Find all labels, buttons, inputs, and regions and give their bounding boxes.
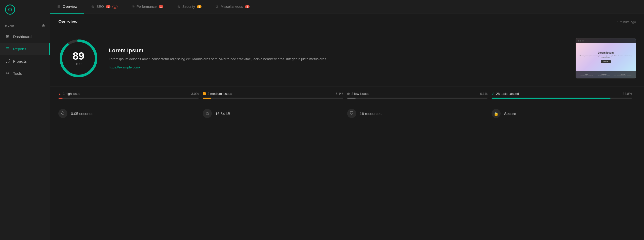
thumbnail-footer: Code Completely open source code. Update… — [576, 71, 636, 78]
passed-fill — [492, 98, 611, 99]
resources-icon: ⛉ — [347, 109, 356, 118]
high-issue-pct: 3.0% — [191, 92, 199, 96]
stat-size-value: 16.84 kB — [215, 111, 230, 116]
sidebar-item-label-projects: Projects — [13, 59, 27, 63]
thumbnail-inner: Lorem Ipsum Neque porro quisquam est qui… — [576, 38, 636, 78]
tab-security-label: Security — [182, 5, 195, 9]
issue-passed: ✓ 28 tests passed 84.8% — [492, 92, 636, 103]
sidebar-item-dashboard[interactable]: ⊞ Dashboard — [0, 30, 50, 43]
sidebar-item-projects[interactable]: ⛶ Projects — [0, 55, 50, 67]
site-url[interactable]: https://example.com/ — [109, 65, 140, 69]
overview-time: 1 minute ago — [617, 20, 636, 24]
overview-tab-icon: ▦ — [57, 5, 61, 9]
low-issue-text: 2 low issues — [351, 92, 369, 96]
issue-low-header: 2 low issues 6.1% — [347, 92, 488, 96]
bottom-stats: ⏱ 0.05 seconds ⚖ 16.84 kB ⛉ 16 resources… — [50, 103, 644, 124]
stat-resources: ⛉ 16 resources — [347, 109, 492, 118]
seo-badge-1: 1 — [106, 5, 110, 8]
stat-size: ⚖ 16.84 kB — [203, 109, 347, 118]
site-description: Lorem ipsum dolor sit amet, consectetur … — [109, 56, 566, 62]
secure-icon: 🔒 — [492, 109, 501, 118]
main-content: ▦ Overview ⊕ SEO 1 1 ◎ Performance 1 ⊛ S… — [50, 0, 644, 240]
high-issue-progress — [58, 98, 199, 99]
thumb-dot-3 — [582, 40, 584, 42]
issue-high-label: ▲ 1 high issue — [58, 92, 80, 96]
menu-label: MENU — [5, 24, 14, 27]
security-tab-icon: ⊛ — [177, 5, 180, 9]
issues-bar: ▲ 1 high issue 3.0% 2 medium issues 6.1% — [50, 87, 644, 103]
low-issue-icon — [347, 93, 350, 95]
issue-low-label: 2 low issues — [347, 92, 369, 96]
score-section: 89 100 Lorem Ipsum Lorem ipsum dolor sit… — [50, 30, 644, 87]
tab-seo-label: SEO — [96, 5, 104, 9]
site-thumbnail: Lorem Ipsum Neque porro quisquam est qui… — [576, 38, 636, 78]
sidebar-item-label-reports: Reports — [13, 47, 26, 51]
issue-passed-header: ✓ 28 tests passed 84.8% — [492, 92, 632, 96]
tab-performance[interactable]: ◎ Performance 1 — [125, 0, 170, 14]
thumb-footer-license: License One-time payment, lifetime owner… — [614, 73, 631, 76]
thumb-footer-license-val: One-time payment, lifetime ownership. — [614, 75, 631, 76]
issue-high-header: ▲ 1 high issue 3.0% — [58, 92, 199, 96]
passed-pct: 84.8% — [623, 92, 632, 96]
overview-title: Overview — [58, 19, 77, 24]
dashboard-icon: ⊞ — [5, 34, 10, 39]
sidebar-nav: ⊞ Dashboard ☰ Reports ⛶ Projects ✂ Tools — [0, 30, 50, 79]
stat-time: ⏱ 0.05 seconds — [58, 109, 203, 118]
security-badge: 1 — [197, 5, 202, 8]
sidebar-item-label-dashboard: Dashboard — [13, 34, 31, 39]
sidebar-item-label-tools: Tools — [13, 71, 22, 75]
thumb-footer-updates-val: All updates are free, forever. — [598, 75, 610, 76]
tab-overview[interactable]: ▦ Overview — [50, 0, 84, 14]
seo-tab-icon: ⊕ — [91, 5, 94, 9]
logo — [0, 0, 50, 19]
tab-misc-label: Miscellaneous — [221, 5, 243, 9]
thumbnail-content: Lorem Ipsum Neque porro quisquam est qui… — [576, 43, 636, 71]
high-issue-icon: ▲ — [58, 92, 61, 95]
low-issue-progress — [347, 98, 488, 99]
medium-issue-progress — [203, 98, 343, 99]
site-info: Lorem Ipsum Lorem ipsum dolor sit amet, … — [109, 47, 566, 69]
tab-miscellaneous[interactable]: ⊘ Miscellaneous 1 — [209, 0, 257, 14]
menu-header: MENU ⊕ — [0, 19, 50, 30]
low-issue-fill — [347, 98, 356, 99]
tools-icon: ✂ — [5, 71, 10, 76]
sidebar-item-tools[interactable]: ✂ Tools — [0, 67, 50, 79]
low-issue-pct: 6.1% — [480, 92, 488, 96]
thumb-footer-updates: Updates All updates are free, forever. — [598, 73, 610, 76]
menu-settings-icon[interactable]: ⊕ — [42, 23, 45, 28]
issue-low: 2 low issues 6.1% — [347, 92, 492, 103]
high-issue-text: 1 high issue — [63, 92, 80, 96]
tab-seo[interactable]: ⊕ SEO 1 1 — [84, 0, 124, 14]
medium-issue-icon — [203, 92, 206, 95]
thumb-dot-1 — [578, 40, 579, 42]
site-name: Lorem Ipsum — [109, 47, 566, 54]
issue-high: ▲ 1 high issue 3.0% — [58, 92, 203, 103]
thumbnail-subtitle: Neque porro quisquam est qui dolorem ips… — [578, 55, 633, 58]
issue-medium-label: 2 medium issues — [203, 92, 232, 96]
projects-icon: ⛶ — [5, 59, 10, 64]
issue-medium: 2 medium issues 6.1% — [203, 92, 347, 103]
tab-security[interactable]: ⊛ Security 1 — [170, 0, 209, 14]
thumb-footer-code: Code Completely open source code. — [580, 73, 593, 76]
misc-tab-icon: ⊘ — [216, 5, 219, 9]
gauge-center: 89 100 — [73, 51, 85, 66]
logo-icon — [5, 5, 15, 15]
gauge-total: 100 — [73, 62, 85, 66]
score-gauge: 89 100 — [58, 38, 99, 78]
thumbnail-button: Products — [601, 60, 611, 63]
sidebar-item-reports[interactable]: ☰ Reports — [0, 43, 50, 55]
size-icon: ⚖ — [203, 109, 212, 118]
high-issue-fill — [58, 98, 63, 99]
passed-text: 28 tests passed — [496, 92, 519, 96]
overview-header: Overview 1 minute ago — [50, 14, 644, 30]
issue-passed-label: ✓ 28 tests passed — [492, 92, 519, 96]
tab-bar: ▦ Overview ⊕ SEO 1 1 ◎ Performance 1 ⊛ S… — [50, 0, 644, 14]
stat-secure: 🔒 Secure — [492, 109, 636, 118]
medium-issue-text: 2 medium issues — [208, 92, 232, 96]
thumb-dot-2 — [580, 40, 581, 42]
performance-tab-icon: ◎ — [132, 5, 135, 9]
passed-progress — [492, 98, 632, 99]
thumbnail-title: Lorem Ipsum — [598, 51, 614, 54]
time-icon: ⏱ — [58, 109, 67, 118]
medium-issue-fill — [203, 98, 211, 99]
